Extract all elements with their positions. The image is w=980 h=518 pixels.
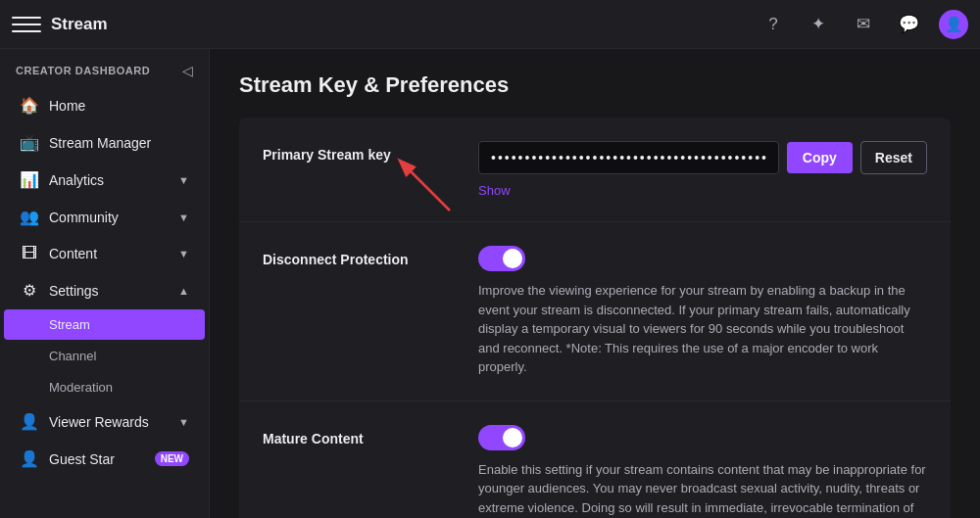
sidebar-item-community-label: Community	[49, 210, 169, 225]
sidebar-sub-stream-label: Stream	[49, 317, 90, 332]
content-area: Stream Key & Preferences Primary Stream …	[210, 0, 980, 518]
settings-card: Primary Stream key Copy Reset Show	[239, 118, 951, 518]
sidebar-item-guest-star[interactable]: 👤 Guest Star NEW	[4, 441, 205, 477]
disconnect-protection-content: Improve the viewing experience for your …	[478, 246, 927, 377]
show-link[interactable]: Show	[478, 183, 511, 198]
sidebar-collapse-icon[interactable]: ◁	[182, 63, 193, 78]
sidebar-item-analytics[interactable]: 📊 Analytics ▼	[4, 162, 205, 198]
sidebar-item-settings-label: Settings	[49, 283, 169, 299]
sidebar-item-guest-star-label: Guest Star	[49, 451, 139, 467]
disconnect-protection-row: Disconnect Protection Improve the viewin…	[239, 222, 951, 401]
stream-key-row: Primary Stream key Copy Reset Show	[239, 118, 951, 222]
mature-content-label: Mature Content	[263, 425, 459, 447]
sidebar-sub-item-moderation[interactable]: Moderation	[4, 372, 205, 402]
sidebar-item-stream-manager-label: Stream Manager	[49, 135, 189, 151]
menu-icon[interactable]	[12, 10, 41, 39]
mail-icon[interactable]: ✉	[849, 10, 878, 39]
sidebar-item-content[interactable]: 🎞 Content ▼	[4, 236, 205, 271]
copy-button[interactable]: Copy	[787, 142, 853, 173]
stream-manager-icon: 📺	[20, 133, 39, 152]
topbar-icons: ? ✦ ✉ 💬 👤	[759, 10, 968, 39]
sidebar-sub-item-stream[interactable]: Stream	[4, 309, 205, 340]
sidebar-sub-channel-label: Channel	[49, 349, 96, 363]
sidebar-item-home-label: Home	[49, 98, 189, 114]
community-chevron: ▼	[178, 212, 189, 223]
guest-star-badge: NEW	[155, 451, 189, 466]
disconnect-protection-label: Disconnect Protection	[263, 246, 459, 267]
disconnect-toggle-row	[478, 246, 927, 271]
mature-content-row: Mature Content Enable this setting if yo…	[239, 401, 951, 519]
sidebar-item-settings[interactable]: ⚙ Settings ▲	[4, 272, 205, 308]
sidebar: CREATOR DASHBOARD ◁ 🏠 Home 📺 Stream Mana…	[0, 0, 210, 518]
topbar-title: Stream	[51, 15, 108, 34]
stream-key-input[interactable]	[478, 141, 779, 174]
content-chevron: ▼	[178, 248, 189, 259]
main: Stream Key & Preferences Primary Stream …	[210, 0, 980, 518]
guest-star-icon: 👤	[20, 449, 39, 468]
disconnect-protection-toggle[interactable]	[478, 246, 525, 271]
settings-icon: ⚙	[20, 281, 39, 300]
home-icon: 🏠	[20, 96, 39, 115]
stream-key-content: Copy Reset Show	[478, 141, 927, 198]
community-icon: 👥	[20, 208, 39, 226]
mature-content-content: Enable this setting if your stream conta…	[478, 425, 927, 519]
viewer-rewards-icon: 👤	[20, 412, 39, 431]
sidebar-item-community[interactable]: 👥 Community ▼	[4, 199, 205, 235]
sidebar-sub-item-channel[interactable]: Channel	[4, 341, 205, 371]
settings-chevron: ▲	[178, 285, 189, 297]
sidebar-sub-moderation-label: Moderation	[49, 380, 113, 395]
mature-content-toggle[interactable]	[478, 425, 525, 450]
disconnect-protection-description: Improve the viewing experience for your …	[478, 281, 927, 377]
notifications-icon[interactable]: 💬	[894, 10, 923, 39]
mature-content-desc-part1: Enable this setting if your stream conta…	[478, 462, 926, 519]
topbar-left: Stream	[12, 10, 759, 39]
stream-key-input-row: Copy Reset	[478, 141, 927, 174]
sidebar-item-home[interactable]: 🏠 Home	[4, 87, 205, 123]
mature-toggle-row	[478, 425, 927, 450]
sidebar-header: CREATOR DASHBOARD ◁	[0, 49, 209, 86]
sidebar-header-label: CREATOR DASHBOARD	[16, 65, 150, 76]
avatar[interactable]: 👤	[939, 10, 968, 39]
topbar: Stream ? ✦ ✉ 💬 👤	[0, 0, 980, 49]
content-icon: 🎞	[20, 245, 39, 262]
stream-key-label: Primary Stream key	[263, 141, 459, 163]
sidebar-item-viewer-rewards[interactable]: 👤 Viewer Rewards ▼	[4, 403, 205, 440]
mature-content-description: Enable this setting if your stream conta…	[478, 460, 927, 519]
reset-button[interactable]: Reset	[860, 141, 927, 174]
sidebar-item-viewer-rewards-label: Viewer Rewards	[49, 414, 169, 430]
sidebar-item-stream-manager[interactable]: 📺 Stream Manager	[4, 124, 205, 161]
sparkle-icon[interactable]: ✦	[804, 10, 833, 39]
analytics-icon: 📊	[20, 170, 39, 189]
sidebar-item-content-label: Content	[49, 246, 169, 261]
svg-line-0	[401, 162, 450, 211]
viewer-rewards-chevron: ▼	[178, 416, 189, 428]
analytics-chevron: ▼	[178, 174, 189, 186]
page-title: Stream Key & Preferences	[239, 49, 951, 118]
sidebar-item-analytics-label: Analytics	[49, 172, 169, 188]
help-icon[interactable]: ?	[759, 10, 788, 39]
